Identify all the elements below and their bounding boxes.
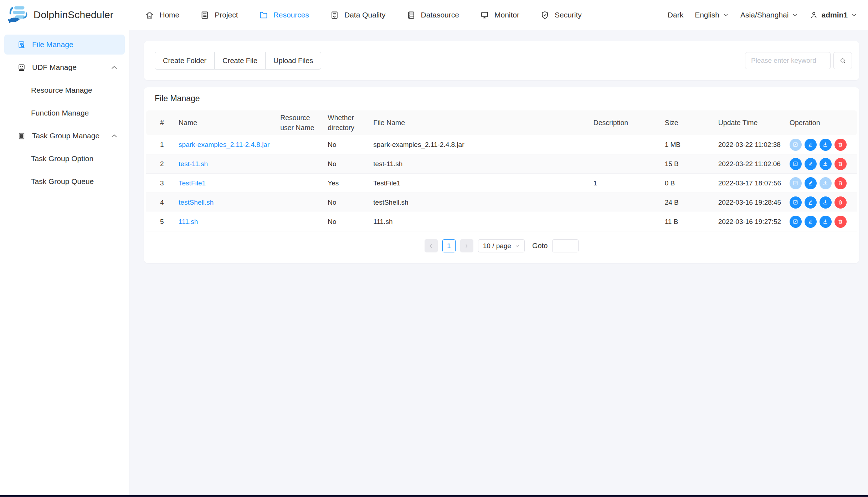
sidebar-item-label: UDF Manage <box>32 63 77 72</box>
nav-item-datasource[interactable]: Datasource <box>406 10 459 20</box>
page-size-select[interactable]: 10 / page <box>478 239 525 252</box>
home-icon <box>145 10 154 20</box>
cell-size: 11 B <box>665 212 718 231</box>
goto-page-input[interactable] <box>552 239 579 252</box>
create-file-button[interactable]: Create File <box>214 52 266 70</box>
create-folder-button[interactable]: Create Folder <box>155 52 215 70</box>
file-name-link[interactable]: TestFile1 <box>179 179 206 187</box>
upload-files-button[interactable]: Upload Files <box>265 52 321 70</box>
row-index: 5 <box>146 212 179 231</box>
pen-icon <box>807 142 813 148</box>
rename-button[interactable] <box>805 158 817 170</box>
operation-buttons <box>790 196 851 209</box>
top-header: DolphinScheduler HomeProjectResourcesDat… <box>0 0 868 30</box>
sidebar-item-file-manage[interactable]: File Manage <box>4 35 125 55</box>
pagination: 1 10 / page Goto <box>144 239 859 252</box>
file-name-link[interactable]: 111.sh <box>179 218 198 225</box>
nav-item-label: Data Quality <box>344 11 386 19</box>
sidebar-item-label: Task Group Manage <box>32 132 99 140</box>
operation-buttons <box>790 139 851 151</box>
sidebar-item-function-manage[interactable]: Function Manage <box>4 103 125 123</box>
sidebar-item-resource-manage[interactable]: Resource Manage <box>4 80 125 100</box>
edit-button[interactable] <box>790 158 802 170</box>
cell-description <box>594 212 665 231</box>
sidebar-item-task-group-manage[interactable]: Task Group Manage <box>4 126 125 146</box>
timezone-label: Asia/Shanghai <box>740 11 789 19</box>
chevron-up-icon <box>110 63 119 72</box>
timezone-select[interactable]: Asia/Shanghai <box>740 11 798 19</box>
rename-button[interactable] <box>805 196 817 209</box>
prev-page-button[interactable] <box>425 239 438 252</box>
pen-icon <box>807 219 813 225</box>
nav-item-home[interactable]: Home <box>145 10 179 20</box>
cell-operation <box>790 154 857 174</box>
toolbar-button-group: Create FolderCreate FileUpload Files <box>155 52 321 70</box>
datasource-icon <box>406 10 416 20</box>
column-header-description: Description <box>594 110 665 135</box>
operation-buttons <box>790 158 851 170</box>
username-label: admin1 <box>821 11 848 19</box>
nav-item-project[interactable]: Project <box>200 10 238 20</box>
search-button[interactable] <box>833 52 852 69</box>
row-index: 3 <box>146 174 179 193</box>
delete-button[interactable] <box>834 216 847 228</box>
chevron-up-icon <box>110 132 119 140</box>
chevron-down-icon <box>851 12 857 18</box>
goto-label: Goto <box>532 242 548 250</box>
rename-button[interactable] <box>805 177 817 189</box>
chevron-down-icon <box>723 12 729 18</box>
delete-button[interactable] <box>834 196 847 209</box>
edit-button[interactable] <box>790 196 802 209</box>
file-name-link[interactable]: testShell.sh <box>179 199 214 206</box>
nav-item-resources[interactable]: Resources <box>259 10 309 20</box>
rename-button[interactable] <box>805 139 817 151</box>
chevron-down-icon <box>515 244 520 248</box>
next-page-button[interactable] <box>460 239 473 252</box>
column-header-operation: Operation <box>790 110 857 135</box>
column-header-whether-directory: Whether directory <box>328 110 373 135</box>
trash-icon <box>837 180 843 186</box>
table-body: 1spark-examples_2.11-2.4.8.jarNospark-ex… <box>146 135 857 231</box>
trash-icon <box>837 219 843 225</box>
cell-whether-directory: No <box>328 193 373 212</box>
edit-button[interactable] <box>790 216 802 228</box>
sidebar-item-task-group-option[interactable]: Task Group Option <box>4 149 125 169</box>
cell-resource-user <box>280 154 328 174</box>
cell-description <box>594 193 665 212</box>
bottom-bar <box>0 495 868 497</box>
download-button <box>820 177 832 189</box>
download-button[interactable] <box>820 139 832 151</box>
download-button[interactable] <box>820 158 832 170</box>
delete-button[interactable] <box>834 158 847 170</box>
file-name-link[interactable]: test-11.sh <box>179 160 208 168</box>
nav-item-label: Monitor <box>494 11 519 19</box>
task-group-icon <box>17 132 26 140</box>
file-name-link[interactable]: spark-examples_2.11-2.4.8.jar <box>179 141 269 148</box>
language-select[interactable]: English <box>695 11 729 19</box>
download-button[interactable] <box>820 216 832 228</box>
nav-item-monitor[interactable]: Monitor <box>480 10 519 20</box>
table-row: 5111.shNo111.sh11 B2022-03-16 19:27:52 <box>146 212 857 231</box>
download-button[interactable] <box>820 196 832 209</box>
operation-buttons <box>790 216 851 228</box>
nav-item-data-quality[interactable]: Data Quality <box>330 10 386 20</box>
top-nav: HomeProjectResourcesData QualityDatasour… <box>145 10 582 20</box>
search-input[interactable] <box>745 52 831 69</box>
column-header-name: Name <box>179 110 280 135</box>
edit-button <box>790 139 802 151</box>
delete-button[interactable] <box>834 177 847 189</box>
app-root: DolphinScheduler HomeProjectResourcesDat… <box>0 0 868 497</box>
nav-item-security[interactable]: Security <box>540 10 582 20</box>
sidebar-item-udf-manage[interactable]: UDF Manage <box>4 57 125 77</box>
delete-button[interactable] <box>834 139 847 151</box>
theme-toggle[interactable]: Dark <box>668 11 683 19</box>
rename-button[interactable] <box>805 216 817 228</box>
page-number-button[interactable]: 1 <box>442 239 456 252</box>
download-icon <box>822 199 828 205</box>
cell-description <box>594 154 665 174</box>
nav-item-label: Datasource <box>421 11 459 19</box>
user-menu[interactable]: admin1 <box>810 11 857 19</box>
sidebar-item-task-group-queue[interactable]: Task Group Queue <box>4 171 125 191</box>
cell-whether-directory: No <box>328 154 373 174</box>
brand-logo[interactable]: DolphinScheduler <box>8 5 113 25</box>
